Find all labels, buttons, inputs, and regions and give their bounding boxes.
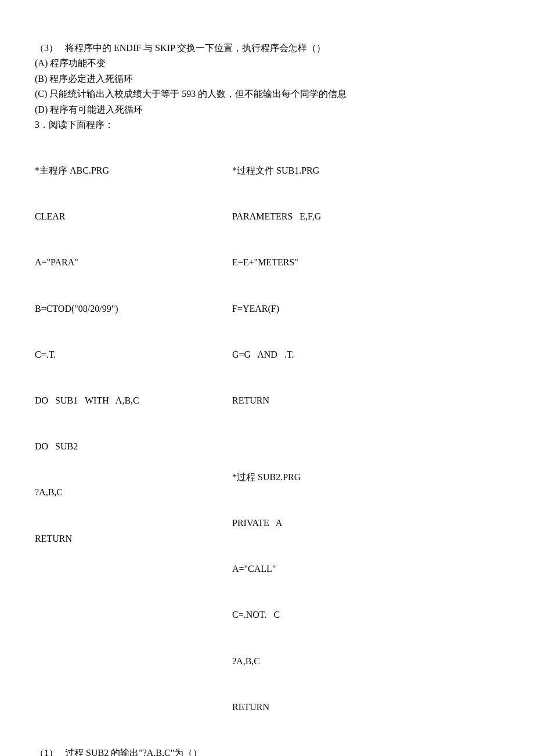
code-line: A="CALL"	[232, 561, 321, 577]
code-line: RETURN	[232, 393, 321, 408]
q2-3-prompt: （3） 将程序中的 ENDIF 与 SKIP 交换一下位置，执行程序会怎样（）	[35, 41, 499, 56]
code-line: C=.T.	[35, 347, 232, 362]
q3-code-block: *主程序 ABC.PRG CLEAR A="PARA" B=CTOD("08/2…	[35, 132, 499, 746]
q3-intro: 3．阅读下面程序：	[35, 117, 499, 132]
code-line: *过程文件 SUB1.PRG	[232, 163, 321, 178]
q2-3-opt-b: (B) 程序必定进入死循环	[35, 71, 499, 87]
code-line: ?A,B,C	[232, 654, 321, 669]
q2-3-opt-d: (D) 程序有可能进入死循环	[35, 102, 499, 117]
code-line: RETURN	[232, 700, 321, 715]
code-line: *主程序 ABC.PRG	[35, 163, 232, 178]
code-line: C=.NOT. C	[232, 607, 321, 622]
code-line: PARAMETERS E,F,G	[232, 209, 321, 224]
q2-3-opt-c: (C) 只能统计输出入校成绩大于等于 593 的人数，但不能输出每个同学的信息	[35, 87, 499, 102]
code-line: E=E+"METERS"	[232, 255, 321, 270]
code-line: RETURN	[35, 531, 232, 546]
code-line: G=G AND .T.	[232, 347, 321, 362]
code-line: F=YEAR(F)	[232, 301, 321, 316]
q2-3-opt-a: (A) 程序功能不变	[35, 56, 499, 71]
code-line: DO SUB2	[35, 439, 232, 454]
code-line: *过程 SUB2.PRG	[232, 470, 321, 485]
code-line: CLEAR	[35, 209, 232, 224]
code-line: A="PARA"	[35, 255, 232, 270]
q3-code-left: *主程序 ABC.PRG CLEAR A="PARA" B=CTOD("08/2…	[35, 132, 232, 746]
q3-1-prompt: （1） 过程 SUB2 的输出"?A,B,C"为（）	[35, 746, 499, 756]
code-line: PRIVATE A	[232, 516, 321, 531]
q3-code-right: *过程文件 SUB1.PRG PARAMETERS E,F,G E=E+"MET…	[232, 132, 321, 746]
code-line: ?A,B,C	[35, 485, 232, 500]
code-line: DO SUB1 WITH A,B,C	[35, 393, 232, 408]
code-line: B=CTOD("08/20/99")	[35, 301, 232, 316]
